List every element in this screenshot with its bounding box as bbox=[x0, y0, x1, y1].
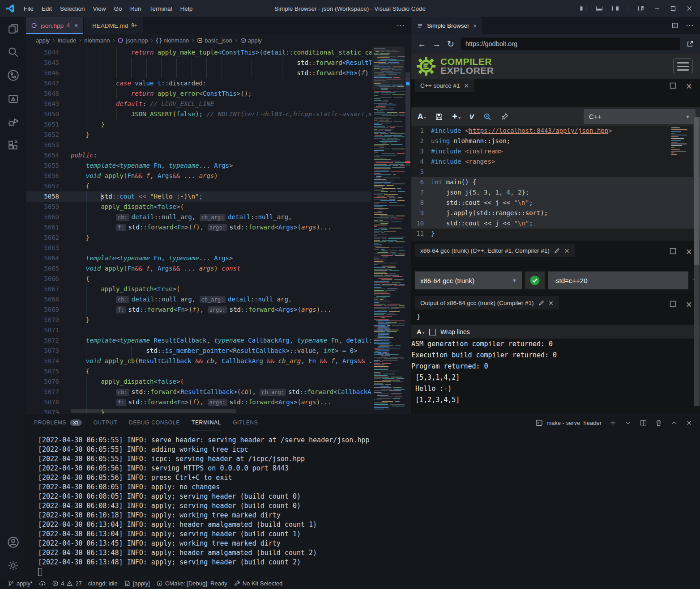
editor-code[interactable]: 5044return apply_make_tuple<ConstThis>(d… bbox=[26, 47, 371, 414]
activity-extensions[interactable] bbox=[0, 133, 26, 157]
compiler-options-input[interactable]: -std=c++20 bbox=[548, 271, 688, 289]
minimap[interactable] bbox=[372, 47, 405, 414]
maximize-icon[interactable] bbox=[670, 5, 677, 12]
wrap-lines-checkbox[interactable] bbox=[429, 329, 436, 335]
menu-run[interactable]: Run bbox=[126, 4, 145, 14]
language-select[interactable]: C++ ▼ bbox=[584, 109, 696, 124]
menu-go[interactable]: Go bbox=[110, 4, 126, 14]
new-terminal-icon[interactable] bbox=[609, 419, 617, 427]
tab-json.hpp[interactable]: json.hpp4× bbox=[26, 17, 84, 34]
hamburger-menu-icon[interactable] bbox=[673, 58, 693, 74]
maximize-panel-icon[interactable] bbox=[670, 419, 678, 427]
close-panel-icon[interactable] bbox=[685, 419, 693, 427]
close-pane-icon[interactable]: × bbox=[686, 300, 692, 310]
kit-select[interactable]: No Kit Selected bbox=[230, 577, 286, 589]
close-window-icon[interactable] bbox=[686, 5, 693, 12]
godbolt-line-8: 8 std::cout << j << "\n"; bbox=[411, 198, 700, 208]
maximize-pane-icon[interactable] bbox=[669, 300, 677, 308]
menu-help[interactable]: Help bbox=[176, 4, 196, 14]
close-icon[interactable]: × bbox=[473, 22, 477, 29]
reload-icon[interactable]: ↻ bbox=[447, 40, 454, 48]
webview-scrollbar[interactable] bbox=[694, 117, 700, 406]
close-pane-icon[interactable]: × bbox=[686, 81, 692, 92]
font-size-button[interactable]: A▾ bbox=[417, 328, 425, 336]
open-external-icon[interactable] bbox=[686, 40, 694, 48]
add-button[interactable]: +▾ bbox=[452, 111, 461, 122]
sync-status[interactable] bbox=[36, 577, 49, 589]
tab-README.md[interactable]: README.md9+ bbox=[84, 17, 143, 34]
maximize-pane-icon[interactable] bbox=[669, 247, 677, 255]
save-icon[interactable] bbox=[435, 113, 443, 121]
font-size-button[interactable]: A▾ bbox=[418, 112, 426, 121]
cmake-project[interactable]: [apply] bbox=[121, 577, 153, 589]
split-editor-icon[interactable] bbox=[671, 22, 679, 29]
editor-scrollbar[interactable] bbox=[405, 47, 411, 414]
forward-icon[interactable]: → bbox=[432, 40, 441, 48]
close-tab-icon[interactable]: × bbox=[74, 22, 78, 29]
breadcrumb-json.hpp[interactable]: json.hpp bbox=[118, 37, 148, 44]
breadcrumb-nlohmann[interactable]: { }nlohmann bbox=[156, 37, 189, 44]
panel-tab-gitlens[interactable]: GITLENS bbox=[233, 414, 258, 431]
terminal-output[interactable]: [2022-04-30 06:05:55] INFO: serve_header… bbox=[26, 431, 700, 577]
terminal-line: [2022-04-30 06:13:04] INFO: apply: heade… bbox=[38, 520, 700, 530]
edit-icon[interactable] bbox=[554, 247, 560, 254]
pin-icon[interactable] bbox=[501, 113, 509, 121]
menu-selection[interactable]: Selection bbox=[56, 4, 89, 14]
editor-actions-more[interactable]: ⋯ bbox=[390, 17, 411, 34]
activity-account[interactable] bbox=[0, 530, 26, 554]
breadcrumb-include[interactable]: include bbox=[58, 37, 76, 44]
breadcrumb-apply[interactable]: apply bbox=[36, 37, 50, 44]
activity-run-debug[interactable] bbox=[0, 110, 26, 133]
toggle-sidebar-icon[interactable] bbox=[580, 5, 587, 12]
problems-status[interactable]: 427 bbox=[49, 577, 85, 589]
compiler-explorer-logo[interactable]: COMPILER EXPLORER bbox=[411, 56, 494, 76]
close-icon[interactable]: × bbox=[464, 81, 469, 90]
terminal-select[interactable]: make - serve_header bbox=[535, 419, 602, 427]
menu-view[interactable]: View bbox=[89, 4, 110, 14]
activity-source-control[interactable] bbox=[0, 64, 26, 87]
maximize-pane-icon[interactable] bbox=[669, 81, 677, 90]
split-terminal-icon[interactable] bbox=[640, 419, 647, 427]
more-actions-icon[interactable]: ⋯ bbox=[686, 21, 694, 30]
git-branch-status[interactable]: apply* bbox=[4, 577, 36, 589]
menu-file[interactable]: File bbox=[20, 4, 38, 14]
panel-tab-problems[interactable]: PROBLEMS31 bbox=[34, 414, 82, 431]
breadcrumb-nlohmann[interactable]: nlohmann bbox=[84, 37, 110, 44]
trash-icon[interactable] bbox=[655, 419, 662, 427]
godbolt-source-editor[interactable]: 1#include <https://localhost:8443/apply/… bbox=[411, 126, 700, 241]
output-pane-tab[interactable]: Output of x86-64 gcc (trunk) (Compiler #… bbox=[415, 296, 559, 309]
activity-cmake[interactable] bbox=[0, 87, 26, 110]
panel-tab-terminal[interactable]: TERMINAL bbox=[192, 414, 221, 431]
code-editor[interactable]: 5044return apply_make_tuple<ConstThis>(d… bbox=[26, 47, 411, 414]
panel-tab-output[interactable]: OUTPUT bbox=[94, 414, 118, 431]
vim-toggle-icon[interactable]: v bbox=[470, 112, 474, 121]
toggle-secondary-sidebar-icon[interactable] bbox=[612, 5, 619, 12]
code-line-5057: 5057{ bbox=[26, 181, 371, 191]
zoom-icon[interactable] bbox=[483, 112, 492, 121]
compiler-select[interactable]: x86-64 gcc (trunk) ▼ bbox=[415, 271, 522, 289]
close-icon[interactable]: × bbox=[564, 246, 569, 255]
activity-search[interactable] bbox=[0, 40, 26, 64]
menu-terminal[interactable]: Terminal bbox=[145, 4, 176, 14]
edit-icon[interactable] bbox=[538, 300, 545, 306]
chevron-down-icon[interactable] bbox=[624, 419, 632, 427]
clangd-status[interactable]: clangd: idle bbox=[85, 577, 121, 589]
cmake-variant[interactable]: CMake: [Debug]: Ready bbox=[153, 577, 230, 589]
close-icon[interactable]: × bbox=[549, 299, 554, 307]
minimize-icon[interactable] bbox=[653, 5, 661, 12]
editor-hscrollbar[interactable] bbox=[71, 409, 236, 413]
activity-explorer[interactable] bbox=[0, 17, 26, 40]
source-pane-tab[interactable]: C++ source #1 × bbox=[415, 79, 474, 92]
close-pane-icon[interactable]: × bbox=[686, 247, 692, 257]
breadcrumb-basic_json[interactable]: basic_json bbox=[197, 37, 232, 44]
panel-tab-debug-console[interactable]: DEBUG CONSOLE bbox=[129, 414, 180, 431]
url-input[interactable]: https://godbolt.org bbox=[461, 38, 680, 50]
toggle-panel-icon[interactable] bbox=[596, 5, 603, 12]
breadcrumb-apply[interactable]: apply bbox=[240, 37, 262, 44]
back-icon[interactable]: ← bbox=[418, 40, 426, 48]
customize-layout-icon[interactable] bbox=[637, 5, 645, 12]
menu-edit[interactable]: Edit bbox=[38, 4, 56, 14]
compiler-pane-tab[interactable]: x86-64 gcc (trunk) (C++, Editor #1, Comp… bbox=[415, 244, 575, 257]
tab-simple-browser[interactable]: Simple Browser × bbox=[411, 17, 482, 34]
activity-settings[interactable] bbox=[0, 554, 26, 577]
